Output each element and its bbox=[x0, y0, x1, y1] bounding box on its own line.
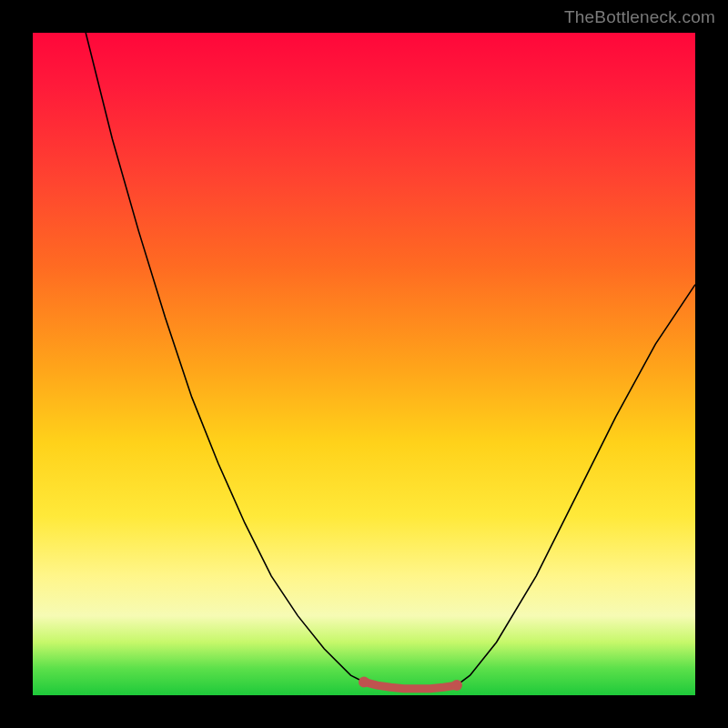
bottleneck-curve bbox=[33, 33, 695, 689]
optimal-range-marker bbox=[364, 682, 457, 688]
gradient-plot-area bbox=[33, 33, 695, 695]
optimal-range-start-dot bbox=[359, 676, 369, 687]
watermark-text: TheBottleneck.com bbox=[564, 7, 715, 27]
chart-frame: TheBottleneck.com bbox=[0, 0, 728, 728]
optimal-range-end-dot bbox=[451, 680, 462, 691]
curve-svg bbox=[33, 33, 695, 695]
